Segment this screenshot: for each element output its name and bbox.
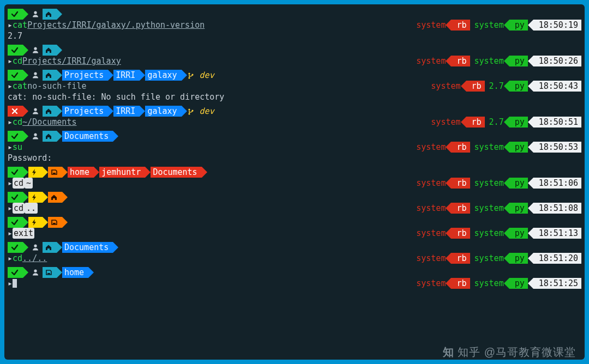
command-name[interactable]: exit bbox=[13, 228, 34, 239]
command-arg[interactable]: .. bbox=[25, 203, 38, 214]
rb-env-outer: system bbox=[431, 117, 460, 128]
command-name[interactable]: cd bbox=[13, 117, 22, 128]
command-name[interactable]: cd bbox=[13, 178, 25, 189]
crumb-home bbox=[43, 70, 57, 81]
prompt-command-line[interactable]: ▸ cd ..systemrbsystempy18:51:08 bbox=[8, 203, 581, 214]
py-segment: py bbox=[509, 117, 528, 128]
bolt-icon bbox=[31, 193, 38, 201]
rb-segment: rb bbox=[451, 56, 470, 66]
svg-point-10 bbox=[34, 134, 37, 136]
command-name[interactable]: cd bbox=[13, 56, 22, 66]
py-label: py bbox=[515, 253, 525, 264]
bolt-icon bbox=[31, 168, 38, 176]
command-arg[interactable]: ../.. bbox=[22, 253, 47, 264]
py-label: py bbox=[515, 117, 525, 128]
command-arg[interactable]: Projects/IRRI/galaxy/.python-version bbox=[27, 20, 205, 31]
prompt-header: Documents bbox=[8, 242, 581, 253]
prompt-command-line[interactable]: ▸ cd ~/Documentssystemrb2.7py18:50:51 bbox=[8, 117, 581, 128]
status-fail bbox=[8, 106, 23, 117]
branch-icon bbox=[187, 108, 195, 116]
crumb-dir: galaxy bbox=[147, 106, 177, 117]
check-icon bbox=[11, 10, 19, 18]
rb-label: rb bbox=[456, 228, 466, 239]
rb-segment: rb bbox=[451, 20, 470, 31]
command-arg[interactable]: Projects/IRRI/galaxy bbox=[22, 56, 121, 66]
svg-rect-11 bbox=[53, 173, 56, 174]
command-name[interactable]: cd bbox=[13, 253, 22, 264]
prompt-command-line[interactable]: ▸ cat Projects/IRRI/galaxy/.python-versi… bbox=[8, 20, 581, 31]
command-name[interactable]: cat bbox=[13, 20, 27, 31]
prompt-header bbox=[8, 45, 581, 56]
crumb-dir: Projects bbox=[62, 106, 108, 117]
crumb-disk bbox=[48, 217, 62, 228]
home-icon bbox=[45, 107, 52, 115]
rb-label: rb bbox=[456, 203, 466, 214]
rb-segment: rb bbox=[466, 117, 485, 128]
check-icon bbox=[11, 168, 19, 176]
crumb-dir: jemhuntr bbox=[101, 167, 141, 178]
prompt-command-line[interactable]: ▸ cd Projects/IRRI/galaxysystemrbsystemp… bbox=[8, 56, 581, 66]
status-ok bbox=[8, 131, 23, 142]
time-segment: 18:50:26 bbox=[533, 56, 581, 66]
root-indicator bbox=[28, 217, 43, 228]
prompt-command-line[interactable]: ▸ systemrbsystempy18:51:25 bbox=[8, 278, 581, 289]
command-output: 2.7 bbox=[8, 31, 581, 41]
prompt-command-line[interactable]: ▸ susystemrbsystempy18:50:53 bbox=[8, 142, 581, 153]
branch-icon bbox=[187, 72, 195, 80]
clock-time: 18:51:20 bbox=[539, 253, 578, 264]
prompt-caret: ▸ bbox=[8, 117, 13, 128]
check-icon bbox=[11, 193, 19, 201]
text-cursor[interactable] bbox=[13, 279, 17, 288]
command-arg[interactable]: no-such-file bbox=[27, 81, 86, 92]
user-icon bbox=[28, 10, 43, 18]
status-ok bbox=[8, 167, 23, 178]
py-env-outer: system bbox=[470, 56, 504, 66]
time-segment: 18:50:53 bbox=[533, 142, 581, 153]
prompt-command-line[interactable]: ▸ exitsystemrbsystempy18:51:13 bbox=[8, 228, 581, 239]
check-icon bbox=[11, 46, 19, 54]
rb-label: rb bbox=[472, 117, 482, 128]
command-arg[interactable]: ~ bbox=[25, 178, 33, 189]
rb-env-outer: system bbox=[416, 56, 446, 66]
crumb-dir: home bbox=[62, 267, 88, 278]
command-name[interactable]: su bbox=[13, 142, 22, 153]
prompt-command-line[interactable]: ▸ cd ~systemrbsystempy18:51:06 bbox=[8, 178, 581, 189]
time-segment: 18:51:08 bbox=[533, 203, 581, 214]
rb-env-outer: system bbox=[416, 203, 446, 214]
rb-env-outer: system bbox=[416, 228, 446, 239]
user-icon bbox=[28, 132, 43, 140]
prompt-command-line[interactable]: ▸ cat no-such-filesystemrb2.7py18:50:43 bbox=[8, 81, 581, 92]
status-ok bbox=[8, 267, 23, 278]
bolt-icon bbox=[31, 219, 38, 226]
prompt-header: Documents bbox=[8, 131, 581, 142]
rb-label: rb bbox=[456, 253, 466, 264]
svg-point-6 bbox=[34, 108, 37, 111]
crumb-dir: Projects bbox=[64, 106, 104, 117]
py-env-outer: system bbox=[470, 20, 504, 31]
command-arg[interactable]: ~/Documents bbox=[22, 117, 76, 128]
time-segment: 18:51:25 bbox=[533, 278, 581, 289]
prompt-command-line[interactable]: ▸ cd ../..systemrbsystempy18:51:20 bbox=[8, 253, 581, 264]
crumb-home bbox=[43, 9, 57, 20]
py-segment: py bbox=[509, 278, 528, 289]
crumb-dir: Documents bbox=[64, 242, 109, 253]
check-icon bbox=[11, 219, 19, 226]
disk-icon bbox=[50, 219, 58, 226]
command-name[interactable]: cd bbox=[13, 203, 25, 214]
svg-point-2 bbox=[34, 72, 37, 75]
time-segment: 18:50:19 bbox=[533, 20, 581, 31]
disk-icon bbox=[50, 168, 58, 176]
py-segment: py bbox=[509, 142, 528, 153]
terminal-window[interactable]: ▸ cat Projects/IRRI/galaxy/.python-versi… bbox=[4, 4, 585, 360]
crumb-dir: Projects bbox=[62, 70, 108, 81]
clock-time: 18:51:08 bbox=[539, 203, 578, 214]
rb-segment: rb bbox=[451, 178, 470, 189]
time-segment: 18:51:06 bbox=[533, 178, 581, 189]
root-indicator bbox=[28, 192, 43, 203]
user-icon bbox=[28, 244, 43, 251]
git-branch: dev bbox=[187, 70, 214, 81]
svg-point-13 bbox=[34, 245, 37, 247]
command-name[interactable]: cat bbox=[13, 81, 27, 92]
status-ok bbox=[8, 9, 23, 20]
py-label: py bbox=[515, 81, 525, 92]
